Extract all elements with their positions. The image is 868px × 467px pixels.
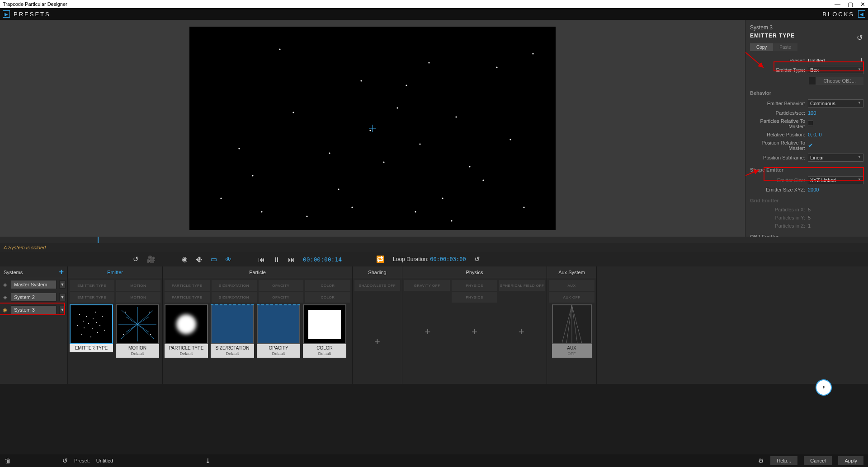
presets-label[interactable]: PRESETS xyxy=(14,11,51,18)
system-row[interactable]: ◉ System 3 ▼ xyxy=(0,304,67,316)
add-system-button[interactable]: + xyxy=(59,267,64,277)
prev-frame-icon[interactable]: ⏮ xyxy=(258,256,265,263)
relative-position-value[interactable]: 0, 0, 0 xyxy=(808,132,863,137)
loop-duration-value[interactable]: 00:00:03:00 xyxy=(430,256,466,262)
playhead-icon[interactable] xyxy=(98,237,99,243)
lens-icon[interactable]: ◉ xyxy=(182,255,188,263)
undo-icon[interactable]: ↺ xyxy=(133,255,139,263)
particles-y-value[interactable]: 5 xyxy=(808,215,863,220)
time-ruler[interactable] xyxy=(0,237,868,243)
presets-expand-icon[interactable]: ▶ xyxy=(3,10,10,18)
opacity-tile[interactable]: OPACITY xyxy=(259,292,304,303)
apply-button[interactable]: Apply xyxy=(838,456,863,465)
color-card[interactable]: COLORDefault xyxy=(303,304,346,358)
color-tile[interactable]: COLOR xyxy=(305,292,350,303)
road-icon[interactable]: ⛖ xyxy=(196,256,203,263)
emitter-type-card[interactable]: EMITTER TYPE xyxy=(70,304,113,358)
color-tile[interactable]: COLOR xyxy=(305,280,350,291)
position-subframe-select[interactable]: Linear xyxy=(808,154,863,162)
system-row[interactable]: ◈ System 2 ▼ xyxy=(0,291,67,304)
particle-type-tile[interactable]: PARTICLE TYPE xyxy=(165,292,210,303)
system-select[interactable]: System 3 xyxy=(11,305,57,314)
aux-off-tile[interactable]: AUX OFF xyxy=(549,292,594,303)
chevron-down-icon[interactable]: ▼ xyxy=(59,280,66,289)
reset-icon[interactable]: ↺ xyxy=(62,457,68,464)
viewport-canvas[interactable] xyxy=(189,27,556,230)
current-time[interactable]: 00:00:00:14 xyxy=(303,256,342,263)
choose-obj-button[interactable]: Choose OBJ... xyxy=(816,77,863,85)
minimize-icon[interactable]: — xyxy=(835,1,840,8)
next-frame-icon[interactable]: ⏭ xyxy=(288,256,295,263)
cancel-button[interactable]: Cancel xyxy=(804,456,832,465)
chevron-down-icon[interactable]: ▼ xyxy=(59,293,66,301)
emitter-type-select[interactable]: Box xyxy=(808,66,863,74)
close-icon[interactable]: ✕ xyxy=(860,1,865,8)
opacity-card[interactable]: OPACITYDefault xyxy=(257,304,300,358)
particles-rel-master-checkbox[interactable] xyxy=(808,121,813,126)
aux-header[interactable]: Aux System xyxy=(547,266,596,278)
add-physics-button[interactable]: + xyxy=(498,303,545,361)
svg-line-49 xyxy=(121,324,137,339)
paste-tab[interactable]: Paste xyxy=(773,43,797,51)
particles-sec-value[interactable]: 100 xyxy=(808,110,863,116)
svg-point-5 xyxy=(329,152,330,154)
eye-icon[interactable]: 👁 xyxy=(225,256,232,263)
system-select[interactable]: System 2 xyxy=(11,293,57,302)
shading-header[interactable]: Shading xyxy=(353,266,402,278)
visibility-icon[interactable]: ◈ xyxy=(2,282,8,288)
add-physics-button[interactable]: + xyxy=(404,303,451,361)
emitter-header[interactable]: Emitter xyxy=(68,266,162,278)
size-rotation-tile[interactable]: SIZE/ROTATION xyxy=(212,280,257,291)
size-rotation-card[interactable]: SIZE/ROTATIONDefault xyxy=(211,304,254,358)
footer-preset-value[interactable]: Untitled xyxy=(96,458,113,463)
particles-x-value[interactable]: 5 xyxy=(808,207,863,212)
particle-type-card[interactable]: PARTICLE TYPEDefault xyxy=(165,304,208,358)
aux-card[interactable]: AUXOFF xyxy=(552,304,592,358)
trash-icon[interactable]: 🗑 xyxy=(5,457,11,464)
motion-tile[interactable]: MOTION xyxy=(116,292,161,303)
visibility-icon[interactable]: ◈ xyxy=(2,294,8,300)
size-rotation-tile[interactable]: SIZE/ROTATION xyxy=(212,292,257,303)
blocks-label[interactable]: BLOCKS xyxy=(822,11,854,18)
frame-icon[interactable]: ▭ xyxy=(211,255,217,263)
download-preset-icon[interactable]: ⤓ xyxy=(859,57,863,63)
particle-type-tile[interactable]: PARTICLE TYPE xyxy=(165,280,210,291)
emitter-type-tile[interactable]: EMITTER TYPE xyxy=(70,280,114,291)
motion-card[interactable]: MOTIONDefault xyxy=(116,304,159,358)
emitter-behavior-select[interactable]: Continuous xyxy=(808,99,863,107)
loop-reset-icon[interactable]: ↺ xyxy=(474,255,480,263)
help-button[interactable]: Help... xyxy=(770,456,797,465)
preset-value[interactable]: Untitled xyxy=(808,58,859,63)
system-row[interactable]: ◈ Master System ▼ xyxy=(0,278,67,291)
add-physics-button[interactable]: + xyxy=(451,303,498,361)
emitter-type-tile[interactable]: EMITTER TYPE xyxy=(70,292,114,303)
spherical-field-tile[interactable]: SPHERICAL FIELD OFF xyxy=(499,280,545,291)
pause-icon[interactable]: ⏸ xyxy=(273,256,280,263)
pos-rel-master-checkbox[interactable]: ✔ xyxy=(808,142,813,149)
solo-icon[interactable]: ◉ xyxy=(2,307,8,313)
emitter-size-xyz-value[interactable]: 2000 xyxy=(808,187,863,192)
camera-icon[interactable]: 🎥 xyxy=(147,255,156,263)
maximize-icon[interactable]: ▢ xyxy=(848,1,853,8)
save-preset-icon[interactable]: ⤓ xyxy=(205,457,211,464)
reset-icon[interactable]: ↺ xyxy=(857,33,863,42)
add-shading-button[interactable]: + xyxy=(354,291,400,393)
chevron-down-icon[interactable]: ▼ xyxy=(59,306,66,314)
shadowlets-tile[interactable]: SHADOWLETS OFF xyxy=(354,280,400,291)
particle-header[interactable]: Particle xyxy=(163,266,352,278)
gear-icon[interactable]: ⚙ xyxy=(758,457,764,464)
motion-tile[interactable]: MOTION xyxy=(116,280,161,291)
physics-tile[interactable]: PHYSICS xyxy=(452,280,497,291)
card-title: AUX xyxy=(567,346,576,350)
aux-tile[interactable]: AUX xyxy=(549,280,594,291)
blocks-expand-icon[interactable]: ◀ xyxy=(858,10,865,18)
physics-tile[interactable]: PHYSICS xyxy=(452,292,497,303)
gravity-tile[interactable]: GRAVITY OFF xyxy=(404,280,450,291)
particles-z-value[interactable]: 1 xyxy=(808,223,863,229)
loop-icon[interactable]: 🔁 xyxy=(376,255,385,263)
opacity-tile[interactable]: OPACITY xyxy=(259,280,304,291)
physics-header[interactable]: Physics xyxy=(402,266,547,278)
emitter-size-select[interactable]: XYZ Linked xyxy=(808,176,863,184)
copy-tab[interactable]: Copy xyxy=(750,43,773,51)
system-select[interactable]: Master System xyxy=(11,280,57,289)
